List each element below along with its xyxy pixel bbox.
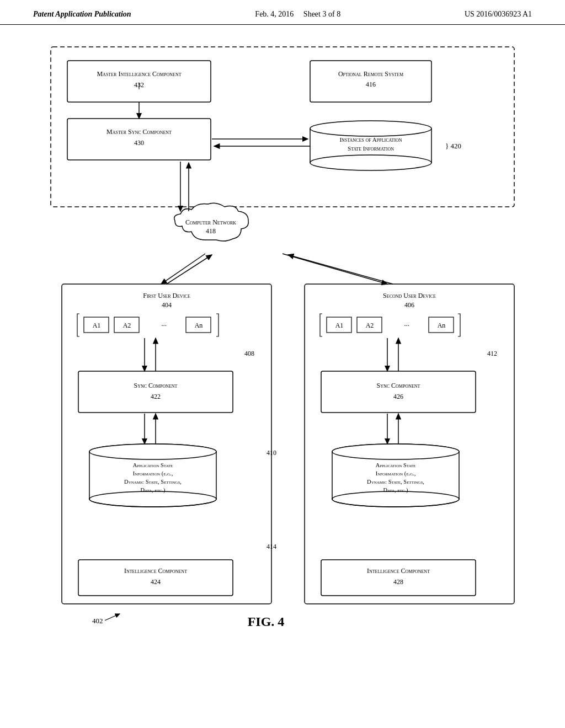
svg-line-28 — [288, 255, 393, 284]
svg-text:402: 402 — [92, 617, 103, 625]
svg-text:} 420: } 420 — [445, 142, 461, 150]
svg-text:424: 424 — [151, 578, 161, 586]
svg-point-86 — [332, 444, 459, 459]
header-sheet: Sheet 3 of 8 — [303, 10, 340, 18]
svg-text:Optional Remote System: Optional Remote System — [338, 70, 403, 78]
header-date: Feb. 4, 2016 — [255, 10, 294, 18]
svg-text:Application State: Application State — [376, 462, 416, 468]
svg-text:Dynamic State, Settings,: Dynamic State, Settings, — [124, 479, 182, 485]
svg-text:State Information: State Information — [348, 145, 394, 152]
header-right: US 2016/0036923 A1 — [465, 10, 532, 19]
svg-text:Second User Device: Second User Device — [383, 292, 436, 299]
svg-text:Information (e.g.,: Information (e.g., — [133, 470, 173, 477]
svg-point-12 — [310, 121, 431, 136]
svg-line-97 — [105, 614, 120, 620]
svg-text:Sync Component: Sync Component — [376, 382, 420, 389]
svg-text:406: 406 — [404, 301, 414, 309]
svg-text:Data, etc.): Data, etc.) — [140, 487, 166, 494]
svg-text:Intelligence Component: Intelligence Component — [124, 567, 187, 575]
svg-text:422: 422 — [151, 393, 161, 400]
svg-text:Dynamic State, Settings,: Dynamic State, Settings, — [367, 479, 424, 485]
diagram-svg: Master Intelligence Component 432 Option… — [34, 36, 531, 643]
svg-text:A2: A2 — [366, 322, 374, 329]
svg-text:Instances of Application: Instances of Application — [339, 136, 402, 143]
svg-text:404: 404 — [162, 301, 172, 309]
diagram-area: Master Intelligence Component 432 Option… — [0, 25, 565, 654]
svg-text:···: ··· — [404, 321, 409, 329]
svg-line-25 — [161, 254, 205, 284]
svg-text:Computer Network: Computer Network — [185, 218, 236, 226]
svg-text:Application State: Application State — [133, 462, 173, 468]
svg-text:418: 418 — [206, 227, 216, 235]
svg-text:410: 410 — [266, 449, 276, 457]
svg-text:A1: A1 — [335, 322, 344, 329]
svg-text:Sync Component: Sync Component — [134, 382, 177, 389]
svg-text:···: ··· — [161, 321, 167, 329]
svg-text:430: 430 — [134, 139, 144, 147]
svg-text:A2: A2 — [123, 322, 131, 329]
svg-text:Intelligence Component: Intelligence Component — [367, 567, 430, 575]
page-header: Patent Application Publication Feb. 4, 2… — [0, 0, 565, 25]
svg-text:408: 408 — [244, 350, 254, 357]
svg-text:412: 412 — [487, 350, 497, 357]
svg-line-27 — [282, 254, 387, 284]
svg-text:414: 414 — [266, 543, 276, 550]
svg-rect-42 — [78, 371, 233, 413]
svg-text:An: An — [438, 322, 446, 329]
svg-text:416: 416 — [366, 81, 376, 88]
svg-text:Master Sync Component: Master Sync Component — [106, 128, 172, 136]
header-center: Feb. 4, 2016 Sheet 3 of 8 — [255, 10, 340, 19]
svg-line-26 — [167, 255, 212, 284]
svg-text:An: An — [195, 322, 203, 329]
svg-text:First User Device: First User Device — [143, 292, 190, 299]
svg-text:Data, etc.): Data, etc.) — [383, 487, 408, 494]
svg-point-15 — [310, 155, 431, 170]
svg-text:FIG. 4: FIG. 4 — [248, 614, 285, 629]
svg-text:428: 428 — [393, 578, 403, 586]
svg-point-53 — [89, 444, 216, 459]
svg-text:Information (e.g.,: Information (e.g., — [376, 470, 416, 477]
svg-text:A1: A1 — [93, 322, 101, 329]
svg-rect-76 — [321, 371, 476, 413]
header-left: Patent Application Publication — [33, 10, 131, 19]
svg-text:Master Intelligence Component: Master Intelligence Component — [97, 70, 181, 78]
svg-text:426: 426 — [393, 393, 403, 400]
